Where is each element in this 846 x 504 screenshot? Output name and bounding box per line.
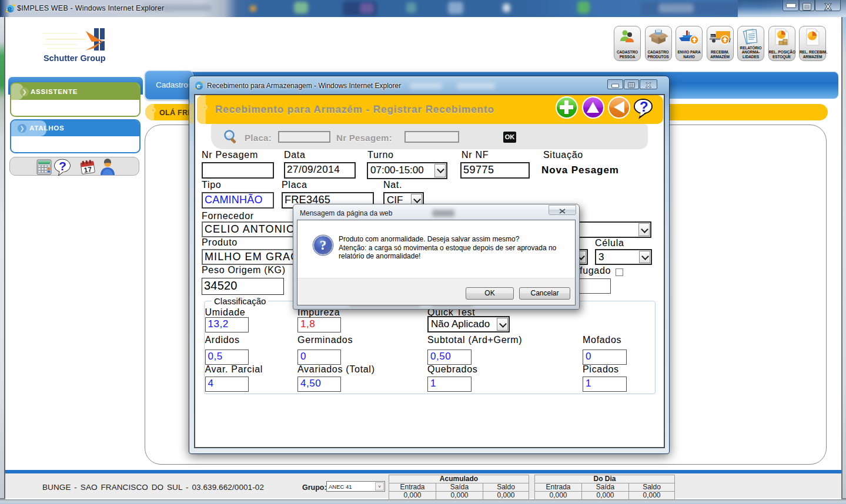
svg-text:?: ?: [640, 99, 648, 115]
svg-text:17: 17: [83, 165, 92, 174]
svg-text:?: ?: [59, 159, 66, 173]
svg-text:e: e: [8, 4, 12, 13]
svg-text:e: e: [196, 82, 200, 89]
